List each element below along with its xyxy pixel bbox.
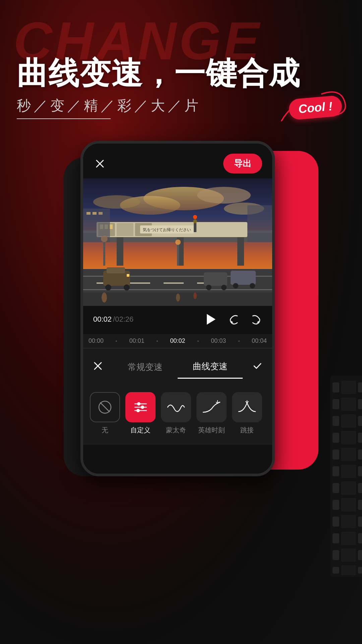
ruler-mark-2: 00:02 [170, 337, 185, 344]
svg-point-81 [105, 284, 111, 290]
svg-rect-17 [358, 449, 362, 460]
curve-none-icon [90, 392, 120, 422]
svg-rect-73 [83, 289, 272, 290]
cool-badge: Cool ! [288, 95, 343, 120]
speed-close-button[interactable] [93, 361, 103, 373]
time-display-row: 00:02 /02:26 [93, 312, 262, 327]
speed-tabs: 常规变速 曲线变速 [83, 348, 272, 385]
svg-rect-1 [333, 382, 339, 392]
svg-rect-32 [341, 498, 356, 512]
svg-rect-69 [93, 212, 97, 215]
svg-rect-31 [341, 481, 356, 495]
svg-rect-64 [177, 242, 179, 266]
ruler-dot-2 [157, 340, 158, 342]
svg-rect-68 [86, 212, 90, 215]
svg-rect-14 [358, 399, 362, 409]
svg-rect-18 [358, 466, 362, 476]
svg-rect-84 [204, 272, 227, 286]
svg-point-88 [233, 283, 238, 288]
svg-rect-2 [333, 399, 339, 409]
svg-rect-9 [333, 517, 339, 527]
svg-rect-7 [333, 483, 339, 493]
svg-rect-10 [333, 533, 339, 543]
rewind-button[interactable] [228, 313, 240, 325]
svg-rect-25 [341, 381, 356, 394]
svg-rect-36 [341, 565, 356, 575]
curve-options: 无 自定义 [83, 385, 272, 445]
curve-option-none[interactable]: 无 [90, 392, 120, 435]
export-button[interactable]: 导出 [223, 154, 262, 173]
curve-hero-label: 英雄时刻 [198, 426, 225, 435]
curve-jump-label: 跳接 [240, 426, 254, 435]
time-total: /02:26 [113, 315, 133, 324]
svg-rect-16 [358, 433, 362, 443]
play-icon [207, 314, 216, 325]
svg-rect-20 [358, 500, 362, 510]
time-current: 00:02 [93, 315, 112, 324]
svg-rect-23 [358, 550, 362, 560]
svg-point-86 [221, 285, 227, 290]
curve-montage-wrapper [161, 392, 191, 422]
curve-montage-label: 蒙太奇 [166, 426, 186, 435]
curve-custom-label: 自定义 [130, 426, 150, 435]
curve-none-label: 无 [102, 426, 108, 435]
svg-rect-30 [341, 465, 356, 478]
curve-option-hero[interactable]: 英雄时刻 [196, 392, 227, 435]
svg-rect-21 [358, 517, 362, 527]
ruler-dot-1 [116, 340, 117, 342]
curve-option-custom[interactable]: 自定义 [125, 392, 156, 435]
svg-point-103 [136, 409, 140, 412]
svg-point-65 [175, 239, 181, 245]
svg-rect-6 [333, 466, 339, 476]
svg-line-97 [100, 402, 110, 412]
ruler-dot-3 [197, 340, 199, 342]
phone-header: 导出 [83, 144, 272, 178]
ruler-dot-4 [238, 340, 240, 342]
forward-button[interactable] [250, 313, 262, 325]
ruler-mark-4: 00:04 [252, 337, 267, 344]
svg-rect-62 [103, 239, 105, 266]
svg-point-101 [141, 406, 144, 409]
curve-custom-icon [125, 392, 156, 422]
tab-curve-speed[interactable]: 曲线变速 [178, 355, 243, 379]
curve-montage-icon [161, 392, 191, 422]
timeline-ruler[interactable]: 00:00 00:01 00:02 00:03 00:04 [83, 334, 272, 348]
svg-point-93 [193, 292, 197, 299]
curve-jump-icon [232, 392, 262, 422]
speed-confirm-button[interactable] [253, 361, 262, 373]
svg-point-85 [206, 285, 212, 290]
tab-normal-speed[interactable]: 常规变速 [113, 356, 178, 378]
svg-text:気をつけてお帰りください: 気をつけてお帰りください [143, 227, 191, 232]
sub-title-underline [17, 118, 111, 119]
svg-rect-70 [99, 212, 103, 215]
svg-point-60 [193, 215, 197, 219]
ruler-mark-3: 00:03 [211, 337, 226, 344]
ruler-mark-0: 00:00 [88, 337, 104, 344]
curve-hero-wrapper [196, 392, 227, 422]
timeline-controls: 00:02 /02:26 [83, 306, 272, 334]
svg-rect-11 [333, 550, 339, 560]
film-strip-decoration [328, 376, 362, 577]
svg-rect-5 [333, 449, 339, 460]
svg-rect-12 [333, 567, 339, 574]
svg-point-42 [197, 187, 251, 204]
svg-rect-13 [358, 382, 362, 392]
curve-option-jump[interactable]: 跳接 [232, 392, 262, 435]
svg-rect-34 [341, 532, 356, 545]
curve-option-montage[interactable]: 蒙太奇 [161, 392, 191, 435]
cool-badge-area: Cool ! [289, 97, 342, 118]
play-button[interactable] [203, 312, 218, 327]
svg-rect-24 [358, 567, 362, 574]
svg-rect-33 [341, 515, 356, 528]
svg-rect-35 [341, 548, 356, 562]
ruler-mark-1: 00:01 [129, 337, 144, 344]
svg-rect-8 [333, 500, 339, 510]
svg-rect-28 [341, 431, 356, 444]
close-button[interactable] [93, 157, 107, 170]
video-area: 気をつけてお帰りください [83, 178, 272, 306]
svg-point-91 [102, 292, 107, 303]
svg-point-61 [193, 219, 197, 223]
svg-rect-4 [333, 433, 339, 443]
playback-controls [203, 312, 262, 327]
svg-rect-3 [333, 416, 339, 426]
